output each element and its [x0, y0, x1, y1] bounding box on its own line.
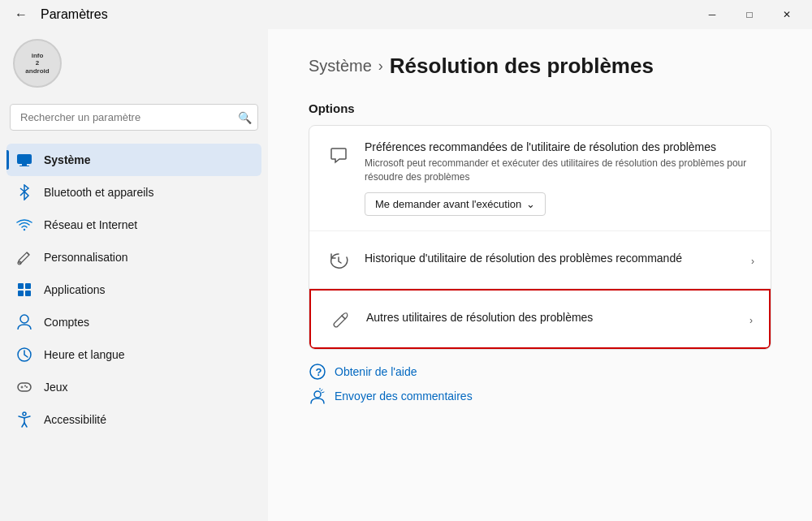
page-header: Système › Résolution des problèmes: [309, 54, 771, 79]
dropdown-preferences[interactable]: Me demander avant l'exécution ⌄: [365, 192, 546, 216]
avatar-section: info2android: [6, 29, 261, 104]
chevron-down-icon: ⌄: [526, 198, 535, 210]
arrow-icon-historique: ›: [751, 256, 754, 267]
sidebar-item-label-personnalisation: Personnalisation: [44, 251, 128, 264]
wifi-icon: [16, 217, 32, 233]
svg-rect-2: [19, 166, 29, 166]
section-title: Options: [309, 101, 771, 115]
svg-rect-6: [18, 291, 24, 296]
title-bar-left: ← Paramètres: [10, 3, 108, 26]
breadcrumb: Système › Résolution des problèmes: [309, 54, 771, 79]
sidebar-item-heure[interactable]: Heure et langue: [6, 338, 261, 371]
app-title: Paramètres: [41, 7, 108, 22]
options-section: Préférences recommandées de l'utilitaire…: [309, 125, 771, 350]
sidebar-item-jeux[interactable]: Jeux: [6, 371, 261, 403]
history-icon: [326, 248, 352, 273]
help-link-aide[interactable]: ? Obtenir de l'aide: [309, 363, 771, 381]
svg-rect-1: [22, 164, 27, 166]
user-icon: [16, 314, 32, 330]
avatar: info2android: [13, 39, 62, 88]
option-desc-preferences: Microsoft peut recommander et exécuter d…: [365, 157, 754, 184]
option-item-autres[interactable]: Autres utilitaires de résolution des pro…: [311, 291, 769, 347]
svg-rect-0: [17, 154, 32, 164]
content-area: Système › Résolution des problèmes Optio…: [268, 29, 812, 521]
help-links: ? Obtenir de l'aide Envoyer des commenta…: [309, 363, 771, 405]
sidebar: info2android 🔍 Système: [0, 29, 268, 521]
sidebar-item-accessibilite[interactable]: Accessibilité: [6, 403, 261, 436]
svg-point-16: [314, 391, 321, 398]
breadcrumb-separator: ›: [378, 58, 383, 75]
sidebar-item-label-bluetooth: Bluetooth et appareils: [44, 186, 153, 199]
title-bar: ← Paramètres ─ □ ✕: [0, 0, 812, 29]
monitor-icon: [16, 152, 32, 168]
option-title-preferences: Préférences recommandées de l'utilitaire…: [365, 140, 754, 153]
search-input[interactable]: [10, 104, 258, 131]
accessibility-icon: [16, 411, 32, 428]
option-text-historique: Historique d'utilitaire de résolution de…: [365, 252, 738, 268]
svg-point-12: [24, 385, 26, 387]
option-text-autres: Autres utilitaires de résolution des pro…: [366, 311, 736, 327]
svg-rect-5: [25, 283, 31, 289]
paintbrush-icon: [16, 249, 32, 265]
breadcrumb-current: Résolution des problèmes: [390, 54, 654, 79]
sidebar-item-bluetooth[interactable]: Bluetooth et appareils: [6, 176, 261, 209]
sidebar-item-comptes[interactable]: Comptes: [6, 306, 261, 338]
close-button[interactable]: ✕: [768, 0, 806, 29]
search-box: 🔍: [10, 104, 258, 131]
feedback-icon: [309, 387, 326, 405]
breadcrumb-parent: Système: [309, 57, 372, 75]
chat-icon: [326, 142, 352, 168]
option-item-preferences[interactable]: Préférences recommandées de l'utilitaire…: [309, 126, 771, 231]
option-title-autres: Autres utilitaires de résolution des pro…: [366, 311, 736, 324]
sidebar-item-systeme[interactable]: Système: [6, 144, 261, 176]
svg-rect-7: [25, 291, 31, 296]
restore-button[interactable]: □: [731, 0, 768, 29]
sidebar-item-label-systeme: Système: [44, 153, 91, 166]
apps-icon: [16, 282, 32, 298]
help-aide-label: Obtenir de l'aide: [335, 365, 417, 378]
option-text-preferences: Préférences recommandées de l'utilitaire…: [365, 140, 754, 216]
title-bar-controls: ─ □ ✕: [693, 0, 806, 29]
search-icon[interactable]: 🔍: [238, 111, 252, 124]
sidebar-nav: Système Bluetooth et appareils: [6, 144, 261, 436]
svg-text:?: ?: [316, 366, 322, 378]
sidebar-item-label-accessibilite: Accessibilité: [44, 413, 106, 426]
sidebar-item-personnalisation[interactable]: Personnalisation: [6, 241, 261, 273]
svg-point-13: [23, 412, 26, 416]
sidebar-item-label-heure: Heure et langue: [44, 348, 125, 361]
clock-icon: [16, 347, 32, 363]
help-link-feedback[interactable]: Envoyer des commentaires: [309, 387, 771, 405]
back-button[interactable]: ←: [10, 3, 32, 26]
game-icon: [16, 379, 32, 395]
sidebar-item-label-applications: Applications: [44, 283, 106, 296]
wrench-icon: [327, 307, 353, 333]
svg-rect-10: [18, 383, 31, 391]
option-item-autres-wrapper: Autres utilitaires de résolution des pro…: [309, 289, 771, 349]
svg-point-11: [26, 386, 28, 388]
avatar-logo: info2android: [25, 52, 49, 75]
minimize-button[interactable]: ─: [693, 0, 731, 29]
sidebar-item-reseau[interactable]: Réseau et Internet: [6, 209, 261, 241]
sidebar-item-label-comptes: Comptes: [44, 316, 89, 329]
sidebar-item-label-jeux: Jeux: [44, 381, 68, 394]
help-icon: ?: [309, 363, 326, 381]
bluetooth-icon: [16, 184, 32, 200]
arrow-icon-autres: ›: [749, 315, 753, 326]
sidebar-item-applications[interactable]: Applications: [6, 273, 261, 306]
option-title-historique: Historique d'utilitaire de résolution de…: [365, 252, 738, 265]
main-container: info2android 🔍 Système: [0, 29, 812, 521]
svg-rect-4: [18, 283, 24, 289]
help-feedback-label: Envoyer des commentaires: [335, 390, 473, 403]
dropdown-label: Me demander avant l'exécution: [375, 198, 521, 210]
option-item-historique[interactable]: Historique d'utilitaire de résolution de…: [309, 231, 771, 289]
svg-point-8: [20, 315, 28, 323]
sidebar-item-label-reseau: Réseau et Internet: [44, 218, 137, 231]
